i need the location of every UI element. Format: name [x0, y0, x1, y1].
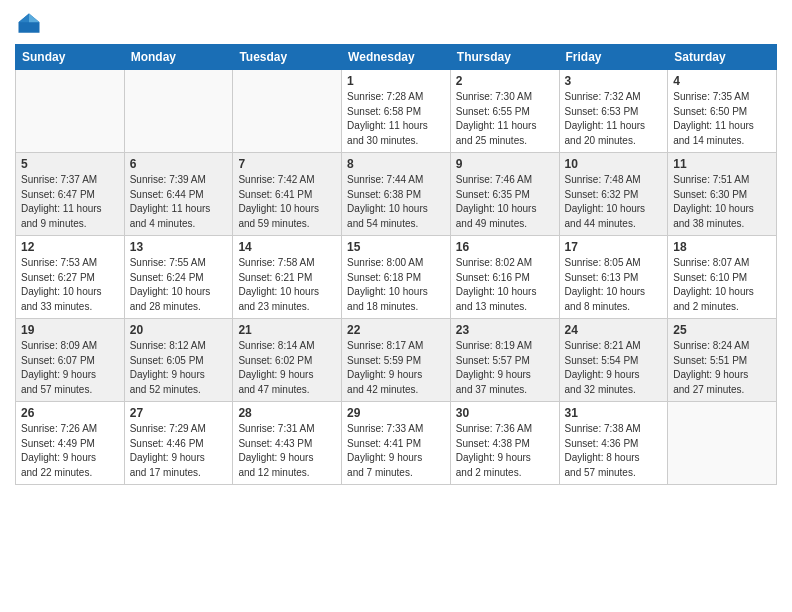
day-cell: 7Sunrise: 7:42 AMSunset: 6:41 PMDaylight…: [233, 153, 342, 236]
day-cell: 16Sunrise: 8:02 AMSunset: 6:16 PMDayligh…: [450, 236, 559, 319]
day-cell: [124, 70, 233, 153]
day-cell: 23Sunrise: 8:19 AMSunset: 5:57 PMDayligh…: [450, 319, 559, 402]
day-cell: 20Sunrise: 8:12 AMSunset: 6:05 PMDayligh…: [124, 319, 233, 402]
day-cell: 19Sunrise: 8:09 AMSunset: 6:07 PMDayligh…: [16, 319, 125, 402]
day-info: Sunrise: 8:14 AMSunset: 6:02 PMDaylight:…: [238, 339, 336, 397]
day-info: Sunrise: 7:55 AMSunset: 6:24 PMDaylight:…: [130, 256, 228, 314]
day-cell: 3Sunrise: 7:32 AMSunset: 6:53 PMDaylight…: [559, 70, 668, 153]
day-info: Sunrise: 7:46 AMSunset: 6:35 PMDaylight:…: [456, 173, 554, 231]
day-cell: 14Sunrise: 7:58 AMSunset: 6:21 PMDayligh…: [233, 236, 342, 319]
day-info: Sunrise: 7:38 AMSunset: 4:36 PMDaylight:…: [565, 422, 663, 480]
header-sunday: Sunday: [16, 45, 125, 70]
day-info: Sunrise: 7:53 AMSunset: 6:27 PMDaylight:…: [21, 256, 119, 314]
day-info: Sunrise: 8:21 AMSunset: 5:54 PMDaylight:…: [565, 339, 663, 397]
logo: [15, 10, 47, 38]
day-cell: 1Sunrise: 7:28 AMSunset: 6:58 PMDaylight…: [342, 70, 451, 153]
day-number: 6: [130, 157, 228, 171]
day-cell: 8Sunrise: 7:44 AMSunset: 6:38 PMDaylight…: [342, 153, 451, 236]
day-info: Sunrise: 7:30 AMSunset: 6:55 PMDaylight:…: [456, 90, 554, 148]
day-number: 30: [456, 406, 554, 420]
day-info: Sunrise: 7:32 AMSunset: 6:53 PMDaylight:…: [565, 90, 663, 148]
header-friday: Friday: [559, 45, 668, 70]
day-info: Sunrise: 8:19 AMSunset: 5:57 PMDaylight:…: [456, 339, 554, 397]
day-cell: 15Sunrise: 8:00 AMSunset: 6:18 PMDayligh…: [342, 236, 451, 319]
day-cell: 18Sunrise: 8:07 AMSunset: 6:10 PMDayligh…: [668, 236, 777, 319]
week-row-4: 19Sunrise: 8:09 AMSunset: 6:07 PMDayligh…: [16, 319, 777, 402]
week-row-2: 5Sunrise: 7:37 AMSunset: 6:47 PMDaylight…: [16, 153, 777, 236]
day-info: Sunrise: 8:12 AMSunset: 6:05 PMDaylight:…: [130, 339, 228, 397]
day-number: 11: [673, 157, 771, 171]
calendar-table: Sunday Monday Tuesday Wednesday Thursday…: [15, 44, 777, 485]
day-cell: 24Sunrise: 8:21 AMSunset: 5:54 PMDayligh…: [559, 319, 668, 402]
day-number: 31: [565, 406, 663, 420]
header-monday: Monday: [124, 45, 233, 70]
day-info: Sunrise: 7:36 AMSunset: 4:38 PMDaylight:…: [456, 422, 554, 480]
day-cell: 22Sunrise: 8:17 AMSunset: 5:59 PMDayligh…: [342, 319, 451, 402]
day-cell: 10Sunrise: 7:48 AMSunset: 6:32 PMDayligh…: [559, 153, 668, 236]
day-info: Sunrise: 7:33 AMSunset: 4:41 PMDaylight:…: [347, 422, 445, 480]
day-cell: [668, 402, 777, 485]
day-cell: 27Sunrise: 7:29 AMSunset: 4:46 PMDayligh…: [124, 402, 233, 485]
day-info: Sunrise: 8:00 AMSunset: 6:18 PMDaylight:…: [347, 256, 445, 314]
day-number: 15: [347, 240, 445, 254]
day-info: Sunrise: 7:44 AMSunset: 6:38 PMDaylight:…: [347, 173, 445, 231]
day-number: 26: [21, 406, 119, 420]
day-cell: 9Sunrise: 7:46 AMSunset: 6:35 PMDaylight…: [450, 153, 559, 236]
day-number: 23: [456, 323, 554, 337]
logo-icon: [15, 10, 43, 38]
day-number: 10: [565, 157, 663, 171]
day-number: 5: [21, 157, 119, 171]
day-number: 19: [21, 323, 119, 337]
day-number: 16: [456, 240, 554, 254]
day-info: Sunrise: 7:37 AMSunset: 6:47 PMDaylight:…: [21, 173, 119, 231]
week-row-5: 26Sunrise: 7:26 AMSunset: 4:49 PMDayligh…: [16, 402, 777, 485]
day-info: Sunrise: 7:31 AMSunset: 4:43 PMDaylight:…: [238, 422, 336, 480]
day-number: 18: [673, 240, 771, 254]
day-cell: 17Sunrise: 8:05 AMSunset: 6:13 PMDayligh…: [559, 236, 668, 319]
day-number: 27: [130, 406, 228, 420]
day-number: 28: [238, 406, 336, 420]
day-cell: 29Sunrise: 7:33 AMSunset: 4:41 PMDayligh…: [342, 402, 451, 485]
day-number: 7: [238, 157, 336, 171]
week-row-1: 1Sunrise: 7:28 AMSunset: 6:58 PMDaylight…: [16, 70, 777, 153]
day-cell: 12Sunrise: 7:53 AMSunset: 6:27 PMDayligh…: [16, 236, 125, 319]
header-wednesday: Wednesday: [342, 45, 451, 70]
day-info: Sunrise: 7:35 AMSunset: 6:50 PMDaylight:…: [673, 90, 771, 148]
day-number: 9: [456, 157, 554, 171]
day-cell: 2Sunrise: 7:30 AMSunset: 6:55 PMDaylight…: [450, 70, 559, 153]
day-cell: [233, 70, 342, 153]
day-info: Sunrise: 7:42 AMSunset: 6:41 PMDaylight:…: [238, 173, 336, 231]
day-info: Sunrise: 8:09 AMSunset: 6:07 PMDaylight:…: [21, 339, 119, 397]
day-info: Sunrise: 8:05 AMSunset: 6:13 PMDaylight:…: [565, 256, 663, 314]
day-number: 14: [238, 240, 336, 254]
svg-marker-1: [29, 14, 40, 23]
day-info: Sunrise: 8:17 AMSunset: 5:59 PMDaylight:…: [347, 339, 445, 397]
day-number: 29: [347, 406, 445, 420]
day-number: 4: [673, 74, 771, 88]
day-info: Sunrise: 7:51 AMSunset: 6:30 PMDaylight:…: [673, 173, 771, 231]
day-number: 8: [347, 157, 445, 171]
day-info: Sunrise: 7:48 AMSunset: 6:32 PMDaylight:…: [565, 173, 663, 231]
header-thursday: Thursday: [450, 45, 559, 70]
header-tuesday: Tuesday: [233, 45, 342, 70]
day-number: 3: [565, 74, 663, 88]
header-saturday: Saturday: [668, 45, 777, 70]
day-number: 13: [130, 240, 228, 254]
header: [15, 10, 777, 38]
day-number: 25: [673, 323, 771, 337]
day-cell: 28Sunrise: 7:31 AMSunset: 4:43 PMDayligh…: [233, 402, 342, 485]
day-info: Sunrise: 8:24 AMSunset: 5:51 PMDaylight:…: [673, 339, 771, 397]
day-cell: 4Sunrise: 7:35 AMSunset: 6:50 PMDaylight…: [668, 70, 777, 153]
day-info: Sunrise: 8:02 AMSunset: 6:16 PMDaylight:…: [456, 256, 554, 314]
week-row-3: 12Sunrise: 7:53 AMSunset: 6:27 PMDayligh…: [16, 236, 777, 319]
day-number: 20: [130, 323, 228, 337]
day-cell: 11Sunrise: 7:51 AMSunset: 6:30 PMDayligh…: [668, 153, 777, 236]
day-cell: 26Sunrise: 7:26 AMSunset: 4:49 PMDayligh…: [16, 402, 125, 485]
day-cell: 30Sunrise: 7:36 AMSunset: 4:38 PMDayligh…: [450, 402, 559, 485]
day-cell: 25Sunrise: 8:24 AMSunset: 5:51 PMDayligh…: [668, 319, 777, 402]
page: Sunday Monday Tuesday Wednesday Thursday…: [0, 0, 792, 612]
day-number: 24: [565, 323, 663, 337]
day-cell: 13Sunrise: 7:55 AMSunset: 6:24 PMDayligh…: [124, 236, 233, 319]
day-number: 21: [238, 323, 336, 337]
day-info: Sunrise: 7:28 AMSunset: 6:58 PMDaylight:…: [347, 90, 445, 148]
